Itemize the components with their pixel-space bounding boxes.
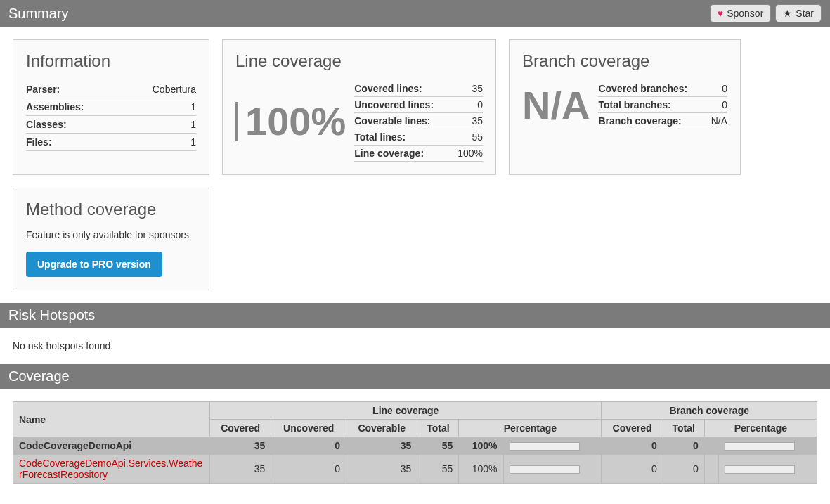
stat-value: 100%	[452, 146, 483, 162]
line-coverage-stats: Covered lines:35Uncovered lines:0Coverab…	[354, 81, 483, 162]
col-covered[interactable]: Covered	[210, 420, 271, 437]
branch-coverage-big: N/A	[522, 86, 590, 125]
class-row: CodeCoverageDemoApi.Services.WeatherFore…	[13, 455, 817, 484]
cell-uncovered: 0	[271, 437, 346, 455]
information-card: Information Parser:CoberturaAssemblies:1…	[13, 39, 209, 175]
risk-hotspots-body: No risk hotspots found.	[0, 328, 830, 364]
info-label: Files:	[26, 134, 123, 151]
cell-b-covered: 0	[602, 437, 663, 455]
stat-label: Coverable lines:	[354, 113, 452, 129]
col-b-percentage[interactable]: Percentage	[704, 420, 817, 437]
line-stat-row: Covered lines:35	[354, 81, 483, 97]
cell-coverable: 35	[346, 455, 417, 484]
info-value: 1	[123, 98, 196, 116]
line-coverage-big: 100%	[235, 102, 346, 141]
branch-stat-row: Covered branches:0	[598, 81, 727, 97]
info-value: Cobertura	[123, 81, 196, 98]
page-title: Summary	[8, 6, 69, 22]
info-label: Assemblies:	[26, 98, 123, 116]
stat-value: 0	[707, 81, 727, 97]
cell-b-pct-bar	[719, 437, 817, 455]
line-stat-row: Total lines:55	[354, 129, 483, 146]
info-row: Files:1	[26, 134, 196, 151]
branch-coverage-stats: Covered branches:0Total branches:0Branch…	[598, 81, 727, 129]
col-coverable[interactable]: Coverable	[346, 420, 417, 437]
risk-hotspots-message: No risk hotspots found.	[13, 340, 113, 351]
star-button[interactable]: ★ Star	[775, 4, 822, 22]
star-icon: ★	[783, 8, 792, 19]
cell-b-pct-bar	[719, 455, 817, 484]
cell-b-total: 0	[663, 455, 704, 484]
col-b-covered[interactable]: Covered	[602, 420, 663, 437]
stat-value: 55	[452, 129, 483, 146]
stat-label: Covered lines:	[354, 81, 452, 97]
stat-label: Total branches:	[598, 97, 707, 113]
col-uncovered[interactable]: Uncovered	[271, 420, 346, 437]
risk-hotspots-header: Risk Hotspots	[0, 303, 830, 328]
stat-value: 0	[452, 97, 483, 113]
info-row: Classes:1	[26, 116, 196, 134]
col-percentage[interactable]: Percentage	[459, 420, 602, 437]
cell-b-pct	[704, 437, 718, 455]
assembly-row: CodeCoverageDemoApi3503555100%00	[13, 437, 817, 455]
info-value: 1	[123, 116, 196, 134]
class-link[interactable]: CodeCoverageDemoApi.Services.WeatherFore…	[19, 458, 202, 480]
stat-value: 35	[452, 81, 483, 97]
cell-pct: 100%	[459, 455, 503, 484]
branch-coverage-card: Branch coverage N/A Covered branches:0To…	[509, 39, 741, 175]
col-total[interactable]: Total	[417, 420, 459, 437]
line-coverage-card: Line coverage 100% Covered lines:35Uncov…	[222, 39, 496, 175]
sponsor-label: Sponsor	[727, 8, 763, 19]
branch-stat-row: Total branches:0	[598, 97, 727, 113]
stat-value: N/A	[707, 113, 727, 129]
stat-value: 0	[707, 97, 727, 113]
coverage-table-wrap: Name Line coverage Branch coverage Cover…	[0, 389, 830, 496]
group-line-coverage: Line coverage	[210, 402, 602, 420]
line-coverage-title: Line coverage	[235, 51, 483, 71]
stat-value: 35	[452, 113, 483, 129]
info-row: Assemblies:1	[26, 98, 196, 116]
summary-header: Summary ♥ Sponsor ★ Star	[0, 0, 830, 27]
line-stat-row: Uncovered lines:0	[354, 97, 483, 113]
stat-label: Line coverage:	[354, 146, 452, 162]
coverage-table: Name Line coverage Branch coverage Cover…	[13, 401, 817, 484]
sponsor-button[interactable]: ♥ Sponsor	[710, 4, 771, 22]
cards-row-2: Method coverage Feature is only availabl…	[0, 188, 830, 303]
stat-label: Uncovered lines:	[354, 97, 452, 113]
cell-b-covered: 0	[602, 455, 663, 484]
upgrade-button[interactable]: Upgrade to PRO version	[26, 252, 162, 277]
group-branch-coverage: Branch coverage	[602, 402, 817, 420]
col-b-total[interactable]: Total	[663, 420, 704, 437]
sponsor-text: Feature is only available for sponsors	[26, 229, 196, 240]
stat-label: Total lines:	[354, 129, 452, 146]
cell-total: 55	[417, 455, 459, 484]
cell-pct: 100%	[459, 437, 503, 455]
cards-row-1: Information Parser:CoberturaAssemblies:1…	[0, 27, 830, 188]
cell-b-total: 0	[663, 437, 704, 455]
cell-coverable: 35	[346, 437, 417, 455]
cell-pct-bar	[503, 455, 602, 484]
stat-label: Branch coverage:	[598, 113, 707, 129]
method-coverage-card: Method coverage Feature is only availabl…	[13, 188, 209, 290]
header-buttons: ♥ Sponsor ★ Star	[710, 4, 822, 22]
line-stat-row: Line coverage:100%	[354, 146, 483, 162]
info-value: 1	[123, 134, 196, 151]
heart-icon: ♥	[718, 8, 723, 19]
info-label: Classes:	[26, 116, 123, 134]
cell-covered: 35	[210, 437, 271, 455]
star-label: Star	[796, 8, 814, 19]
cell-covered: 35	[210, 455, 271, 484]
method-coverage-title: Method coverage	[26, 200, 196, 219]
info-row: Parser:Cobertura	[26, 81, 196, 98]
cell-total: 55	[417, 437, 459, 455]
cell-uncovered: 0	[271, 455, 346, 484]
cell-pct-bar	[503, 437, 602, 455]
line-stat-row: Coverable lines:35	[354, 113, 483, 129]
information-table: Parser:CoberturaAssemblies:1Classes:1Fil…	[26, 81, 196, 151]
col-name[interactable]: Name	[13, 402, 210, 437]
information-title: Information	[26, 51, 196, 71]
branch-stat-row: Branch coverage:N/A	[598, 113, 727, 129]
branch-coverage-title: Branch coverage	[522, 51, 727, 71]
cell-b-pct	[704, 455, 718, 484]
stat-label: Covered branches:	[598, 81, 707, 97]
